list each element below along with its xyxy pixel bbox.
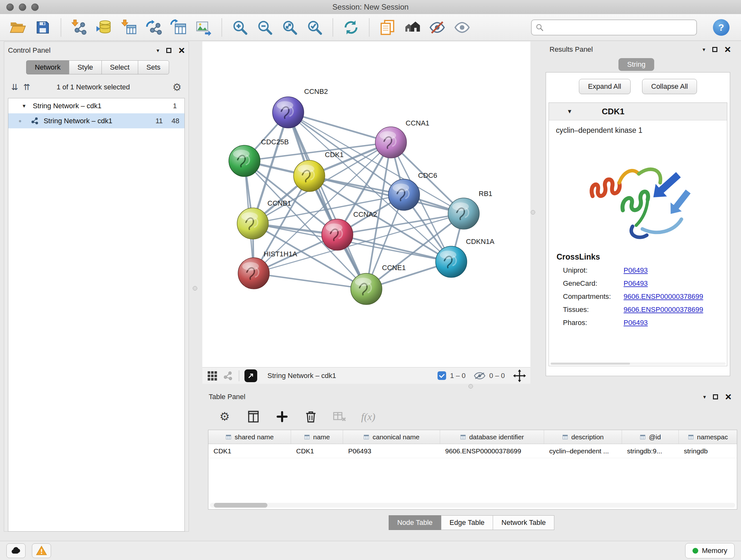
- right-splitter-handle[interactable]: [531, 210, 535, 214]
- panel-menu-icon[interactable]: ▾: [157, 47, 159, 54]
- tab-style[interactable]: Style: [69, 60, 102, 74]
- section-collapse-icon[interactable]: ▼: [567, 108, 572, 115]
- table-horizontal-scrollbar[interactable]: [210, 503, 735, 508]
- panel-close-icon[interactable]: ×: [179, 46, 185, 55]
- minimize-window-button[interactable]: [19, 3, 26, 11]
- column-header[interactable]: canonical name: [343, 430, 440, 444]
- tab-node-table[interactable]: Node Table: [389, 515, 441, 530]
- memory-button[interactable]: Memory: [685, 543, 735, 558]
- left-splitter-handle[interactable]: [193, 286, 197, 291]
- tab-network[interactable]: Network: [26, 60, 69, 74]
- expand-all-networks-icon[interactable]: ⇊: [11, 82, 18, 92]
- crosslink-label: Compartments:: [563, 293, 623, 301]
- refresh-view-button[interactable]: [340, 17, 362, 38]
- panel-close-icon[interactable]: ×: [724, 45, 731, 54]
- panel-menu-icon[interactable]: ▾: [703, 394, 706, 400]
- network-node-CCNA1[interactable]: CCNA1: [375, 119, 429, 158]
- network-edge[interactable]: [288, 112, 366, 289]
- column-header[interactable]: description: [544, 430, 622, 444]
- export-image-button[interactable]: [193, 17, 214, 38]
- tab-string[interactable]: String: [618, 58, 654, 71]
- tab-edge-table[interactable]: Edge Table: [441, 515, 493, 530]
- gene-section-header[interactable]: ▼ CDK1: [549, 103, 727, 120]
- bottom-splitter-handle[interactable]: [468, 384, 473, 388]
- network-canvas[interactable]: CCNB2CCNA1CDC25BCDK1CDC6RB1CCNB1CCNA2CDK…: [202, 42, 530, 367]
- panel-float-icon[interactable]: [712, 47, 718, 52]
- column-header[interactable]: namespac: [679, 430, 737, 444]
- panel-float-icon[interactable]: [166, 48, 172, 53]
- help-button[interactable]: ?: [713, 19, 730, 36]
- network-edge[interactable]: [254, 273, 366, 289]
- expand-all-button[interactable]: Expand All: [579, 79, 630, 94]
- zoom-out-button[interactable]: [254, 17, 276, 38]
- open-session-button[interactable]: [7, 17, 29, 38]
- network-collection-row[interactable]: ▼ String Network – cdk1 1: [8, 98, 185, 113]
- save-session-button[interactable]: [32, 17, 54, 38]
- table-settings-button[interactable]: ⚙: [216, 408, 233, 425]
- network-node-CDKN1A[interactable]: CDKN1A: [435, 238, 495, 277]
- birds-eye-view-icon[interactable]: [207, 370, 218, 381]
- crosslink-link[interactable]: P06493: [623, 266, 648, 274]
- import-network-database-button[interactable]: [93, 17, 115, 38]
- tree-expander-icon[interactable]: ▼: [22, 103, 26, 109]
- network-node-RB1[interactable]: RB1: [448, 190, 492, 229]
- search-field[interactable]: [531, 19, 697, 36]
- delete-table-button[interactable]: [331, 408, 348, 425]
- create-column-button[interactable]: [274, 408, 290, 425]
- column-header[interactable]: database identifier: [440, 430, 544, 444]
- crosslink-link[interactable]: P06493: [623, 319, 648, 327]
- selected-nodes-checkbox-icon[interactable]: [437, 371, 446, 380]
- table-scrollbar-thumb[interactable]: [214, 503, 267, 508]
- column-header[interactable]: name: [291, 430, 343, 444]
- pan-crosshair-icon[interactable]: [513, 369, 526, 382]
- crosslink-row: Pharos: P06493: [563, 319, 727, 327]
- panel-float-icon[interactable]: [713, 394, 718, 399]
- zoom-selected-button[interactable]: [304, 17, 326, 38]
- show-all-button[interactable]: [451, 17, 473, 38]
- zoom-in-button[interactable]: [229, 17, 251, 38]
- import-network-file-button[interactable]: [68, 17, 90, 38]
- panel-close-icon[interactable]: ×: [725, 392, 731, 401]
- network-share-icon[interactable]: [223, 370, 233, 381]
- zoom-fit-button[interactable]: [279, 17, 300, 38]
- results-scrollbar[interactable]: [550, 362, 726, 365]
- network-node-HIST1H1A[interactable]: HIST1H1A: [238, 250, 297, 289]
- crosslink-link[interactable]: 9606.ENSP00000378699: [623, 293, 703, 301]
- tab-select[interactable]: Select: [102, 60, 138, 74]
- close-window-button[interactable]: [6, 3, 14, 11]
- export-view-button[interactable]: [245, 369, 257, 382]
- network-node-CDK1[interactable]: CDK1: [293, 151, 344, 192]
- cloud-status-button[interactable]: [6, 543, 25, 558]
- network-node-CCNE1[interactable]: CCNE1: [351, 264, 406, 305]
- search-input[interactable]: [547, 23, 692, 32]
- import-table-file-button[interactable]: [118, 17, 140, 38]
- tab-sets[interactable]: Sets: [138, 60, 169, 74]
- function-builder-button[interactable]: f(x): [360, 408, 377, 425]
- tab-network-table[interactable]: Network Table: [493, 515, 554, 530]
- network-options-gear-icon[interactable]: ⚙: [172, 82, 182, 92]
- panel-menu-icon[interactable]: ▾: [703, 46, 705, 53]
- hide-selected-button[interactable]: [426, 17, 448, 38]
- network-node-CDC25B[interactable]: CDC25B: [229, 138, 289, 177]
- crosslink-link[interactable]: P06493: [623, 279, 648, 288]
- column-header[interactable]: @id: [622, 430, 679, 444]
- control-panel-tabs: Network Style Select Sets: [26, 60, 185, 74]
- new-table-button[interactable]: [168, 17, 190, 38]
- delete-column-button[interactable]: [302, 408, 319, 425]
- column-header[interactable]: shared name: [208, 430, 291, 444]
- network-row[interactable]: ● String Network – cdk1 11 48: [8, 113, 185, 128]
- show-columns-button[interactable]: [245, 408, 262, 425]
- home-button[interactable]: [401, 17, 423, 38]
- copy-button[interactable]: [377, 17, 398, 38]
- zoom-window-button[interactable]: [31, 3, 39, 11]
- crosslink-link[interactable]: 9606.ENSP00000378699: [623, 306, 703, 314]
- results-scrollbar-thumb[interactable]: [551, 363, 630, 365]
- network-edge[interactable]: [288, 112, 391, 142]
- collapse-all-networks-icon[interactable]: ⇈: [23, 82, 30, 92]
- new-network-button[interactable]: [143, 17, 165, 38]
- warnings-button[interactable]: [32, 543, 51, 558]
- network-node-CCNB1[interactable]: CCNB1: [237, 199, 291, 239]
- collapse-all-button[interactable]: Collapse All: [642, 79, 697, 94]
- protein-structure-image: [577, 144, 698, 246]
- table-row[interactable]: CDK1 CDK1 P06493 9606.ENSP00000378699 cy…: [208, 444, 737, 458]
